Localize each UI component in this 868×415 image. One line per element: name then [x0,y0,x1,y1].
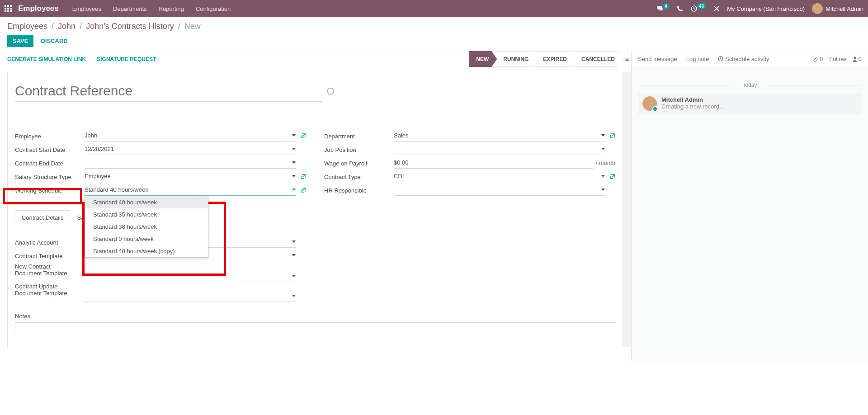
caret-icon[interactable] [292,189,296,191]
avatar [642,96,657,111]
employee-field[interactable] [85,131,290,140]
follow-button[interactable]: Follow [829,56,846,62]
label-employee: Employee [15,132,85,140]
caret-icon[interactable] [292,134,296,137]
form-left-col: Employee Contract Start Date [15,129,306,197]
discuss-badge: 4 [663,3,670,9]
statusbar: NEW RUNNING EXPIRED CANCELLED [469,51,623,67]
generate-link-button[interactable]: GENERATE SIMULATION LINK [7,56,86,62]
chatter: Send message Log note Schedule activity … [631,51,868,361]
job-position-field[interactable] [394,145,599,153]
wage-suffix: / month [596,160,615,166]
message: Mitchell Admin Creating a new record... [638,93,862,114]
caret-icon[interactable] [601,175,605,177]
breadcrumb-history[interactable]: John's Contracts History [86,22,174,31]
nav-menu: Employees Departments Reporting Configur… [72,5,231,12]
label-notes: Notes [15,313,615,320]
schedule-activity-button[interactable]: Schedule activity [718,56,769,62]
nav-employees[interactable]: Employees [72,5,101,12]
wage-field[interactable] [394,158,593,167]
nav-reporting[interactable]: Reporting [159,5,184,12]
tab-contract-details[interactable]: Contract Details [15,210,70,225]
department-field[interactable] [394,131,599,140]
apps-icon[interactable] [5,5,12,12]
save-button[interactable]: SAVE [7,35,33,47]
message-body: Creating a new record... [661,103,724,110]
scrollbar[interactable] [623,72,631,347]
label-contract-template: Contract Template [15,252,85,259]
activities-icon[interactable]: 46 [690,5,706,12]
status-running[interactable]: RUNNING [492,51,537,67]
caret-icon[interactable] [292,275,296,277]
start-date-field[interactable] [85,145,290,153]
caret-icon[interactable] [292,148,296,150]
new-contract-doc-field[interactable] [85,272,290,280]
dropdown-option[interactable]: Standard 40 hours/week [85,196,208,208]
breadcrumb-john[interactable]: John [58,22,75,31]
label-contract-update-doc: Contract UpdateDocument Template [15,282,85,297]
label-job-position: Job Position [324,146,394,153]
discard-button[interactable]: DISCARD [39,35,69,47]
external-link-icon[interactable] [300,174,306,179]
status-cancelled[interactable]: CANCELLED [571,51,623,67]
signature-request-button[interactable]: SIGNATURE REQUEST [97,56,156,62]
followers-count[interactable]: 0 [853,56,862,62]
user-menu[interactable]: Mitchell Admin [812,3,863,14]
discuss-icon[interactable]: 4 [656,5,670,12]
caret-icon[interactable] [601,134,605,137]
hr-responsible-field[interactable] [394,185,599,194]
status-expired[interactable]: EXPIRED [532,51,575,67]
nav-configuration[interactable]: Configuration [196,5,231,12]
contract-reference-input[interactable] [15,83,322,102]
svg-point-1 [854,57,856,59]
caret-icon[interactable] [601,148,605,150]
attachments-count[interactable]: 0 [813,56,823,62]
caret-icon[interactable] [601,189,605,191]
log-note-button[interactable]: Log note [686,56,709,62]
salary-structure-field[interactable] [85,172,290,180]
notes-field[interactable] [15,322,615,333]
message-author: Mitchell Admin [661,96,724,103]
dropdown-option[interactable]: Standard 35 hours/week [85,208,208,221]
label-wage: Wage on Payroll [324,159,394,167]
caret-icon[interactable] [292,175,296,177]
external-link-icon[interactable] [609,133,615,139]
debug-icon[interactable] [713,5,720,12]
end-date-field[interactable] [85,158,290,167]
top-nav: Employees Employees Departments Reportin… [0,0,868,17]
external-link-icon[interactable] [609,174,615,179]
label-end-date: Contract End Date [15,159,85,167]
label-salary-structure: Salary Structure Type [15,173,85,180]
caret-icon[interactable] [292,254,296,256]
scrollbar[interactable] [623,57,631,61]
breadcrumb-employees[interactable]: Employees [7,22,47,31]
contract-update-doc-field[interactable] [85,292,290,300]
dropdown-option[interactable]: Standard 40 hours/week (copy) [85,245,208,257]
contract-type-field[interactable] [394,172,599,180]
working-schedule-field[interactable] [85,185,290,194]
company-switcher[interactable]: My Company (San Francisco) [727,5,805,12]
external-link-icon[interactable] [300,133,306,139]
activities-badge: 46 [697,3,706,9]
label-working-schedule: Working Schedule [15,186,85,194]
label-start-date: Contract Start Date [15,146,85,153]
caret-icon[interactable] [292,161,296,164]
nav-departments[interactable]: Departments [113,5,146,12]
dropdown-option[interactable]: Standard 38 hours/week [85,221,208,233]
form-right-col: Department Job Position Wage [324,129,615,197]
main-wrap: GENERATE SIMULATION LINK SIGNATURE REQUE… [0,51,868,361]
send-message-button[interactable]: Send message [638,56,677,62]
status-new[interactable]: NEW [469,51,497,67]
caret-icon[interactable] [292,295,296,297]
app-brand[interactable]: Employees [18,4,59,13]
form-toolbar: GENERATE SIMULATION LINK SIGNATURE REQUE… [0,51,631,67]
phone-icon[interactable] [677,5,683,12]
label-hr-responsible: HR Responsible [324,186,394,194]
caret-icon[interactable] [292,241,296,243]
chatter-topbar: Send message Log note Schedule activity … [632,51,868,67]
user-name: Mitchell Admin [826,5,863,12]
external-link-icon[interactable] [300,187,306,193]
dropdown-option[interactable]: Standard 0 hours/week [85,233,208,245]
subheader: Employees / John / John's Contracts Hist… [0,17,868,47]
kanban-state-icon[interactable] [327,88,334,95]
